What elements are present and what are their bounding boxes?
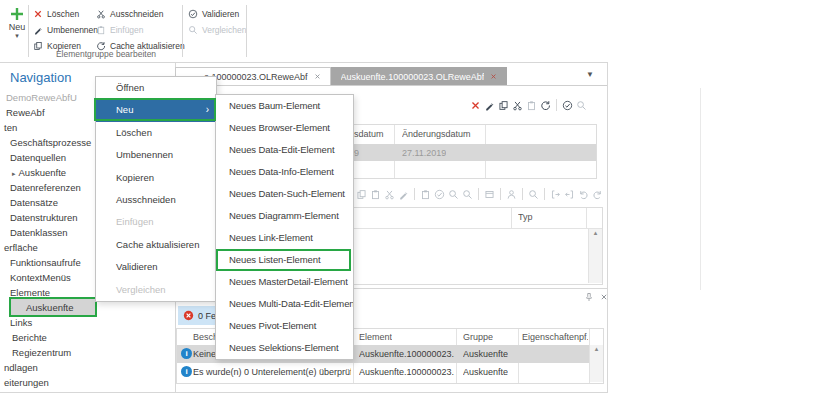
submenu-item-listen[interactable]: Neues Listen-Element [216, 249, 353, 271]
menu-item-loeschen[interactable]: Löschen [96, 122, 216, 144]
submenu-item-link[interactable]: Neues Link-Element [216, 227, 353, 249]
context-menu: Öffnen › Neu Löschen Umbenennen Kopieren… [95, 76, 217, 302]
toolbar-separator [556, 99, 557, 111]
menu-item-kopieren[interactable]: Kopieren [96, 167, 216, 189]
nav-item-links[interactable]: Links [0, 315, 184, 330]
rename-button[interactable]: Umbenennen [33, 23, 98, 37]
paste-icon [96, 25, 106, 35]
nav-item-regiezentrum[interactable]: Regiezentrum [0, 345, 186, 360]
close-icon[interactable] [490, 73, 497, 80]
nav-item-ndlagen[interactable]: ndlagen [0, 360, 178, 375]
paste-icon [526, 100, 537, 111]
delete-button[interactable]: Löschen [33, 7, 79, 21]
search-document-icon [462, 189, 473, 200]
check-circle-icon [434, 189, 445, 200]
tab-label: Auskuenfte.100000023.OLReweAbf [341, 72, 485, 82]
submenu-item-multi-data-edit[interactable]: Neues Multi-Data-Edit-Element [216, 293, 353, 315]
compare-icon [188, 25, 198, 35]
document-tab-bar: e.100000023.OLReweAbf Auskuenfte.1000000… [175, 67, 507, 85]
toolbar-separator [414, 188, 415, 200]
delete-icon[interactable] [470, 100, 481, 111]
toolbar-separator [478, 188, 479, 200]
compare-button: Vergleichen [188, 23, 246, 37]
copy-icon [356, 189, 367, 200]
submenu-item-masterdetail[interactable]: Neues MasterDetail-Element [216, 271, 353, 293]
menu-item-neu[interactable]: › Neu [96, 99, 216, 121]
redo-icon [592, 189, 603, 200]
menu-item-cache-aktualisieren[interactable]: Cache aktualisieren [96, 234, 216, 256]
pin-icon[interactable] [584, 292, 594, 302]
window-icon [484, 189, 495, 200]
search-settings-icon [448, 189, 459, 200]
validate-icon[interactable] [562, 100, 573, 111]
validate-label: Validieren [202, 9, 239, 19]
compare-label: Vergleichen [202, 25, 246, 35]
expand-arrow-icon[interactable]: ▸ [12, 170, 16, 177]
cut-icon[interactable] [512, 100, 523, 111]
message-element: Auskuenfte.100000023.OL... [359, 349, 454, 359]
tab-list-button[interactable]: ▼ [586, 70, 594, 79]
scroll-up-icon[interactable]: ▴ [595, 345, 599, 352]
submenu-item-browser[interactable]: Neues Browser-Element [216, 117, 353, 139]
message-element: Auskuenfte.100000023.OL... [359, 367, 454, 377]
detail-toolbar [356, 188, 603, 200]
submenu-item-baum[interactable]: Neues Baum-Element [216, 95, 353, 117]
tab-label: e.100000023.OLReweAbf [204, 72, 308, 82]
pen-icon [33, 25, 43, 35]
cut-label: Ausschneiden [110, 9, 163, 19]
cut-icon [384, 189, 395, 200]
application-window: Neu ▾ Löschen Umbenennen Kopieren Aussch… [0, 0, 817, 418]
compare-icon [576, 100, 587, 111]
submenu-item-pivot[interactable]: Neues Pivot-Element [216, 315, 353, 337]
menu-item-vergleichen: Vergleichen [96, 279, 216, 301]
submenu-item-data-edit[interactable]: Neues Data-Edit-Element [216, 139, 353, 161]
check-circle-icon [188, 9, 198, 19]
refresh-icon[interactable] [540, 100, 551, 111]
submenu-item-data-info[interactable]: Neues Data-Info-Element [216, 161, 353, 183]
scroll-up-icon[interactable]: ▴ [594, 229, 598, 236]
message-group: Auskuenfte [463, 367, 508, 377]
paste-button: Einfügen [96, 23, 144, 37]
toolbar-separator [500, 188, 501, 200]
submenu-item-selektions[interactable]: Neues Selektions-Element [216, 337, 353, 359]
menu-item-umbenennen[interactable]: Umbenennen [96, 144, 216, 166]
menu-item-einfuegen: Einfügen [96, 211, 216, 233]
nav-item-eiterungen[interactable]: eiterungen [0, 375, 178, 390]
nav-item-label: Auskuenfte [19, 167, 67, 178]
scrollbar[interactable]: ▴ [588, 229, 602, 283]
menu-item-validieren[interactable]: Validieren [96, 256, 216, 278]
cut-button[interactable]: Ausschneiden [96, 7, 163, 21]
column-header-aenderungsdatum[interactable]: Änderungsdatum [402, 129, 471, 139]
paste-label: Einfügen [110, 25, 144, 35]
rename-pen-icon[interactable] [484, 100, 495, 111]
tab-auskuenfte-olreweabf[interactable]: Auskuenfte.100000023.OLReweAbf [331, 67, 508, 85]
copy-icon[interactable] [498, 100, 509, 111]
info-icon [181, 366, 192, 377]
validate-button[interactable]: Validieren [188, 7, 239, 21]
x-icon [33, 9, 43, 19]
menu-item-label: Neu [116, 104, 133, 115]
nav-item-berichte[interactable]: Berichte [0, 330, 186, 345]
pen-icon [398, 189, 409, 200]
close-icon[interactable] [314, 73, 321, 80]
column-header-eigenschaftenpfad[interactable]: Eigenschaftenpf... [522, 332, 588, 342]
element-toolbar [470, 99, 587, 111]
menu-item-oeffnen[interactable]: Öffnen [96, 77, 216, 99]
navigation-panel-title: Navigation [10, 70, 71, 85]
column-header-gruppe[interactable]: Gruppe [463, 332, 493, 342]
undo-icon [578, 189, 589, 200]
delete-label: Löschen [47, 9, 79, 19]
menu-item-ausschneiden[interactable]: Ausschneiden [96, 189, 216, 211]
column-header-element[interactable]: Element [359, 332, 392, 342]
submenu-item-daten-such[interactable]: Neues Daten-Such-Element [216, 183, 353, 205]
nav-item-auskuenfte-elemente[interactable]: Auskuenfte [0, 300, 200, 315]
ribbon-group-label: Elementgruppe bearbeiten [30, 49, 182, 59]
column-header-typ[interactable]: Typ [518, 212, 533, 222]
toolbar-separator [522, 188, 523, 200]
scrollbar[interactable]: ▴ [589, 345, 603, 382]
user-icon [506, 189, 517, 200]
step-into-icon [550, 189, 561, 200]
message-group: Auskuenfte [463, 349, 508, 359]
preview-search-icon [528, 189, 539, 200]
submenu-item-diagramm[interactable]: Neues Diagramm-Element [216, 205, 353, 227]
